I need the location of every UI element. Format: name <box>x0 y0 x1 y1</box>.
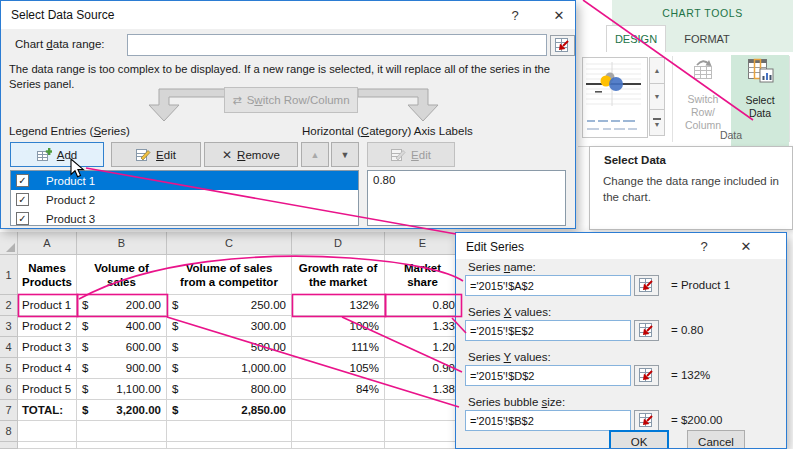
row-header-next[interactable] <box>0 442 18 449</box>
range-picker-button[interactable] <box>634 320 659 341</box>
col-header-C[interactable]: C <box>167 232 292 255</box>
series-name-input[interactable] <box>465 275 631 296</box>
cell-E8[interactable] <box>385 421 461 442</box>
edit-series-titlebar[interactable]: Edit Series ? ✕ <box>456 233 786 259</box>
checkbox-icon[interactable]: ✓ <box>16 174 29 187</box>
cell-E1[interactable]: Market share <box>385 255 461 295</box>
cell-A3[interactable]: Product 2 <box>18 316 77 337</box>
cell-B5[interactable]: $900.00 <box>77 358 167 379</box>
gallery-scroll-up-button[interactable]: ▲ <box>649 57 665 84</box>
cell-C7[interactable]: $2,850.00 <box>167 400 292 421</box>
move-series-down-button[interactable]: ▼ <box>331 142 359 167</box>
cell-C8[interactable] <box>167 421 292 442</box>
cell-A7[interactable]: TOTAL: <box>18 400 77 421</box>
cell-A5[interactable]: Product 4 <box>18 358 77 379</box>
select-data-source-titlebar[interactable]: Select Data Source ? ✕ <box>1 1 575 29</box>
cell-B4[interactable]: $600.00 <box>77 337 167 358</box>
cell-E[interactable] <box>385 442 461 449</box>
close-icon[interactable]: ✕ <box>732 237 760 257</box>
series-x-values-input[interactable] <box>465 320 631 341</box>
row-header-5[interactable]: 5 <box>0 358 18 379</box>
series-list[interactable]: ✓Product 1✓Product 2✓Product 3 <box>10 170 359 226</box>
cell-B7[interactable]: $3,200.00 <box>77 400 167 421</box>
help-icon[interactable]: ? <box>690 237 718 257</box>
cell-B[interactable] <box>77 442 167 449</box>
select-all-corner[interactable] <box>0 232 18 255</box>
cell-C5[interactable]: $1,000.00 <box>167 358 292 379</box>
move-series-up-button[interactable]: ▲ <box>301 142 329 167</box>
gallery-more-styles-button[interactable]: ▼ <box>649 109 665 136</box>
cell-D1[interactable]: Growth rate of the market <box>292 255 385 295</box>
cell-E3[interactable]: 1.33 <box>385 316 461 337</box>
col-header-D[interactable]: D <box>292 232 385 255</box>
series-row-product-2[interactable]: ✓Product 2 <box>11 190 358 209</box>
series-row-product-1[interactable]: ✓Product 1 <box>11 171 358 190</box>
gallery-scroll-down-button[interactable]: ▼ <box>649 83 665 110</box>
series-bubble-size-input[interactable] <box>465 410 631 431</box>
cell-B8[interactable] <box>77 421 167 442</box>
cell-B3[interactable]: $400.00 <box>77 316 167 337</box>
col-header-B[interactable]: B <box>77 232 167 255</box>
add-series-button[interactable]: Add <box>10 142 104 167</box>
row-header-4[interactable]: 4 <box>0 337 18 358</box>
cell-C3[interactable]: $300.00 <box>167 316 292 337</box>
checkbox-icon[interactable]: ✓ <box>16 193 29 206</box>
cell-C4[interactable]: $500.00 <box>167 337 292 358</box>
chart-data-range-input[interactable] <box>127 34 547 56</box>
axis-value-item[interactable]: 0.80 <box>368 171 565 190</box>
cell-D4[interactable]: 111% <box>292 337 385 358</box>
series-y-values-input[interactable] <box>465 365 631 386</box>
chart-styles-gallery-thumbnail[interactable] <box>582 57 648 138</box>
col-header-A[interactable]: A <box>18 232 77 255</box>
series-row-product-3[interactable]: ✓Product 3 <box>11 209 358 226</box>
range-picker-button[interactable] <box>550 35 575 56</box>
cell-B1[interactable]: Volume of sales <box>77 255 167 295</box>
cell-B2[interactable]: $200.00 <box>77 295 167 316</box>
row-header-6[interactable]: 6 <box>0 379 18 400</box>
remove-series-button[interactable]: ✕ Remove <box>204 142 298 167</box>
range-picker-button[interactable] <box>634 275 659 296</box>
col-header-E[interactable]: E <box>385 232 461 255</box>
row-header-8[interactable]: 8 <box>0 421 18 442</box>
row-header-2[interactable]: 2 <box>0 295 18 316</box>
cell-C1[interactable]: Volume of sales from a competitor <box>167 255 292 295</box>
tab-design[interactable]: DESIGN <box>606 25 666 52</box>
ok-button[interactable]: OK <box>609 430 669 449</box>
cell-D[interactable] <box>292 442 385 449</box>
cell-D6[interactable]: 84% <box>292 379 385 400</box>
cell-A2[interactable]: Product 1 <box>18 295 77 316</box>
select-data-icon <box>747 58 774 86</box>
cell-D7[interactable] <box>292 400 385 421</box>
cell-E2[interactable]: 0.80 <box>385 295 461 316</box>
range-picker-button[interactable] <box>634 365 659 386</box>
cell-D5[interactable]: 105% <box>292 358 385 379</box>
row-header-7[interactable]: 7 <box>0 400 18 421</box>
cell-B6[interactable]: $1,100.00 <box>77 379 167 400</box>
cell-E5[interactable]: 0.90 <box>385 358 461 379</box>
cell-D2[interactable]: 132% <box>292 295 385 316</box>
row-header-3[interactable]: 3 <box>0 316 18 337</box>
tab-format[interactable]: FORMAT <box>674 25 740 52</box>
edit-series-button[interactable]: Edit <box>111 142 201 167</box>
cell-D3[interactable]: 100% <box>292 316 385 337</box>
cancel-button[interactable]: Cancel <box>687 430 745 449</box>
cell-C2[interactable]: $250.00 <box>167 295 292 316</box>
cell-E4[interactable]: 1.20 <box>385 337 461 358</box>
checkbox-icon[interactable]: ✓ <box>16 212 29 225</box>
cell-E6[interactable]: 1.38 <box>385 379 461 400</box>
close-icon[interactable]: ✕ <box>545 6 573 26</box>
cell-A4[interactable]: Product 3 <box>18 337 77 358</box>
range-picker-button[interactable] <box>634 410 659 431</box>
cell-A8[interactable] <box>18 421 77 442</box>
axis-values-list[interactable]: 0.80 <box>367 170 566 226</box>
remove-button-label: Remove <box>237 149 280 161</box>
help-icon[interactable]: ? <box>501 6 529 26</box>
cell-D8[interactable] <box>292 421 385 442</box>
cell-C[interactable] <box>167 442 292 449</box>
cell-A[interactable] <box>18 442 77 449</box>
cell-A1[interactable]: Names Products <box>18 255 77 295</box>
row-header-1[interactable]: 1 <box>0 255 18 295</box>
cell-C6[interactable]: $800.00 <box>167 379 292 400</box>
cell-A6[interactable]: Product 5 <box>18 379 77 400</box>
cell-E7[interactable] <box>385 400 461 421</box>
